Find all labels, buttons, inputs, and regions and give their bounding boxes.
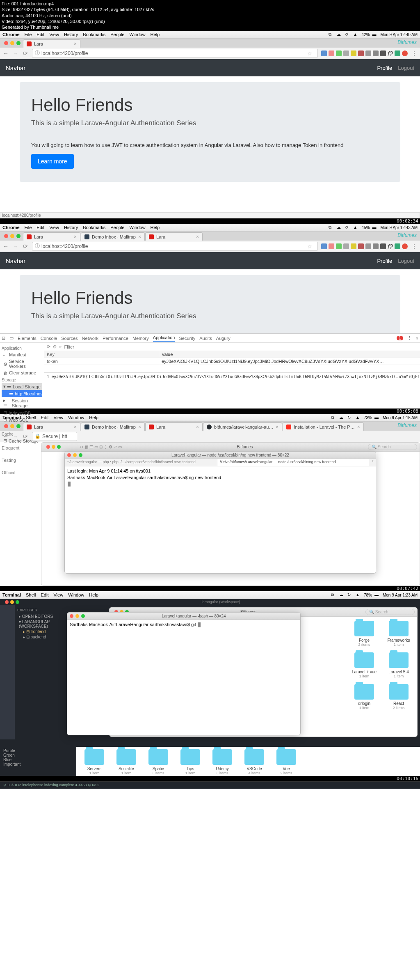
wifi-icon[interactable]: ▲ <box>353 225 359 230</box>
folder-item[interactable]: Udemy3 items <box>208 749 236 775</box>
menu-icon[interactable]: ⋮ <box>411 243 418 250</box>
folder-backend[interactable]: ▸ ⊟ backend <box>17 634 74 640</box>
token-key[interactable]: token <box>44 358 159 365</box>
folder-item[interactable]: Vue2 items <box>272 749 300 775</box>
folder-frontend[interactable]: ▸ ⊟ frontend <box>17 629 74 634</box>
window-controls[interactable] <box>2 39 23 48</box>
tag-item[interactable]: Green <box>3 753 73 757</box>
cloud-icon[interactable]: ☁ <box>337 225 342 230</box>
extension-icons[interactable]: f? <box>321 50 408 56</box>
devtools-error-badge[interactable]: 1 <box>397 336 403 340</box>
tag-item[interactable]: Blue <box>3 757 73 762</box>
devtools-tab[interactable]: Memory <box>132 336 149 341</box>
sidebar-localstorage[interactable]: ▾ ☰Local Storage <box>2 383 42 390</box>
token-value[interactable]: eyJ0eXAiOiJKV1QiLCJhbGciOiJIUzI1NiJ9.eyJ… <box>159 358 420 365</box>
docs-sidebar-item[interactable]: Testing <box>2 458 19 463</box>
learn-more-button[interactable]: Learn more <box>31 154 74 169</box>
sync-icon[interactable]: ↻ <box>345 32 351 37</box>
folder-item[interactable]: Laravel 5.41 item <box>384 652 413 678</box>
browser-tab[interactable]: Lara× <box>23 39 80 48</box>
menu-file[interactable]: File <box>25 32 32 37</box>
menu-help[interactable]: Help <box>151 32 160 37</box>
window-controls[interactable] <box>2 232 23 241</box>
cloud-icon[interactable]: ☁ <box>337 32 342 37</box>
devtools-tab[interactable]: Sources <box>61 336 78 341</box>
devtools-tab[interactable]: Network <box>82 336 98 341</box>
screencast-icon[interactable]: ⧉ <box>329 32 334 37</box>
finder-search[interactable]: 🔍 Search <box>365 609 415 615</box>
nav-profile-link[interactable]: Profile <box>377 65 392 71</box>
clear-icon[interactable]: × <box>59 344 62 349</box>
open-editors-section[interactable]: ▸ OPEN EDITORS <box>17 614 74 619</box>
browser-tab[interactable]: Demo inbox · Mailtrap× <box>81 232 145 241</box>
reload-icon[interactable]: ⟳ <box>47 344 50 349</box>
sidebar-localstorage-origin[interactable]: ☰http://localhost:4200 <box>2 390 42 397</box>
nav-logout-link[interactable]: Logout <box>398 258 414 264</box>
browser-tab[interactable]: Lara× <box>23 232 80 241</box>
back-button[interactable]: ← <box>2 243 9 250</box>
terminal-output[interactable]: Sarthaks-MacBook-Air:Laravel+angular sar… <box>67 620 300 735</box>
tag-item[interactable]: Important <box>3 762 73 767</box>
workspace-section[interactable]: ▾ LARANGULAR (WORKSPACE) <box>17 619 74 629</box>
browser-tab[interactable]: bitfumes/laravel-angular-au…× <box>203 422 282 431</box>
block-icon[interactable]: ⊘ <box>53 344 57 349</box>
menu-history[interactable]: History <box>64 32 78 37</box>
navbar-brand[interactable]: Navbar <box>6 64 25 71</box>
new-tab-icon[interactable]: + <box>370 459 376 466</box>
terminal-output[interactable]: Last login: Mon Apr 9 01:14:45 on ttys00… <box>65 466 376 573</box>
sidebar-clear[interactable]: 🗑Clear storage <box>2 370 42 376</box>
folder-item[interactable]: Frameworks1 item <box>384 621 413 647</box>
menu-bookmarks[interactable]: Bookmarks <box>83 32 105 37</box>
sidebar-sessionstorage[interactable]: ▸ ☰Session Storage <box>2 397 42 409</box>
terminal-tab[interactable]: /Drive/Bitfumes/Laravel+angular — node /… <box>217 459 370 466</box>
folder-item[interactable]: qrlogin1 item <box>350 684 379 710</box>
nav-logout-link[interactable]: Logout <box>398 65 414 71</box>
devtools-tab[interactable]: Augury <box>216 336 231 341</box>
finder-search[interactable]: 🔍 Search <box>368 444 417 450</box>
devtools-inspect-icon[interactable]: ⊡ <box>2 335 5 341</box>
sidebar-manifest[interactable]: ▫Manifest <box>2 351 42 358</box>
tag-item[interactable]: Purple <box>3 748 73 753</box>
menu-icon[interactable]: ⋮ <box>411 50 418 57</box>
devtools-close-icon[interactable]: × <box>416 336 418 341</box>
browser-tab[interactable]: Installation - Laravel - The P…× <box>283 422 363 431</box>
forward-button[interactable]: → <box>12 243 19 250</box>
devtools-settings-icon[interactable]: ⋮ <box>407 335 412 341</box>
devtools-tab[interactable]: Console <box>41 336 57 341</box>
browser-tab[interactable]: Lara× <box>23 422 80 431</box>
bookmark-star-icon[interactable]: ☆ <box>307 243 313 250</box>
screencast-icon[interactable]: ⧉ <box>329 225 334 230</box>
folder-item[interactable]: Servers1 item <box>80 749 108 775</box>
browser-tab[interactable]: Demo inbox · Mailtrap× <box>81 422 145 431</box>
folder-item[interactable]: Tips1 item <box>176 749 204 775</box>
back-button[interactable]: ← <box>2 50 9 57</box>
terminal-tab[interactable]: ~/Laravel+angular — php • php -/…/compos… <box>65 459 217 466</box>
folder-item[interactable]: Laravel + vue1 item <box>350 652 379 678</box>
reload-button[interactable]: ⟳ <box>22 50 29 57</box>
info-icon[interactable]: ⓘ <box>35 50 40 57</box>
menu-edit[interactable]: Edit <box>37 32 44 37</box>
forward-button[interactable]: → <box>12 50 19 57</box>
filter-input[interactable] <box>64 344 121 349</box>
menu-view[interactable]: View <box>49 32 59 37</box>
sync-icon[interactable]: ↻ <box>345 225 351 230</box>
devtools-tab[interactable]: Application <box>153 335 175 342</box>
devtools-tab[interactable]: Elements <box>18 336 37 341</box>
address-bar[interactable]: 🔒 Secure | htt <box>32 432 77 441</box>
address-bar[interactable]: ⓘ localhost:4200/profile ☆ <box>32 49 318 58</box>
close-tab-icon[interactable]: × <box>74 41 77 47</box>
vscode-statusbar[interactable]: ⊘ 0 ⚠ 0 ⟳ intelephense indexing complete… <box>0 781 420 789</box>
extension-icons[interactable]: f? <box>321 243 408 249</box>
menu-people[interactable]: People <box>110 32 124 37</box>
docs-sidebar-item[interactable]: Eloquent <box>2 445 19 450</box>
devtools-tab[interactable]: Performance <box>103 336 128 341</box>
folder-item[interactable]: Forge2 items <box>350 621 379 647</box>
nav-profile-link[interactable]: Profile <box>377 258 392 264</box>
folder-item[interactable]: Spatie3 items <box>144 749 172 775</box>
docs-sidebar-item[interactable]: Official <box>2 470 19 475</box>
address-bar[interactable]: ⓘ localhost:4200/profile ☆ <box>32 242 318 251</box>
folder-item[interactable]: Socialite1 item <box>112 749 140 775</box>
folder-item[interactable]: React2 items <box>384 684 413 710</box>
wifi-icon[interactable]: ▲ <box>353 32 359 37</box>
browser-tab[interactable]: Lara× <box>145 232 203 241</box>
